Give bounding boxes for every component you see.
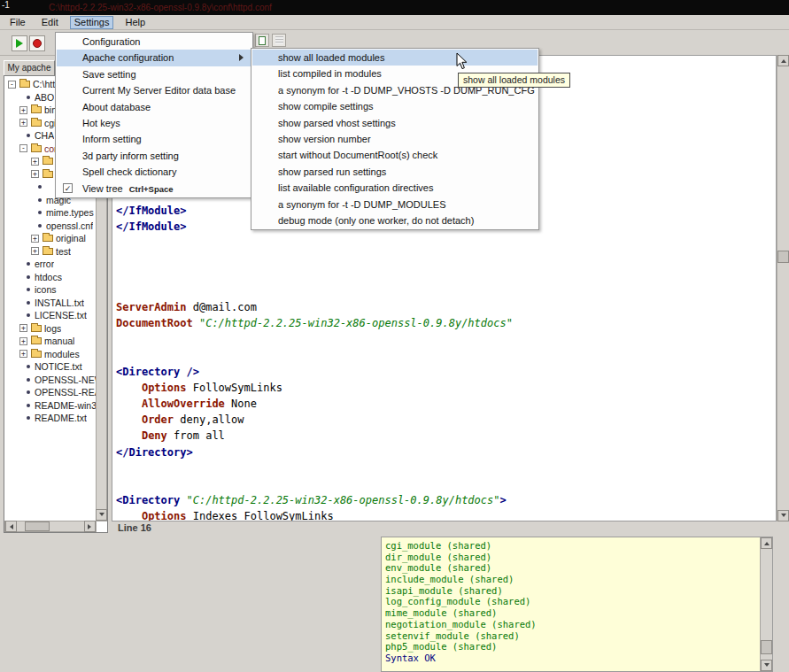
tree-item-openssl-news-t[interactable]: OPENSSL-NEWS.t [5, 374, 97, 387]
folder-icon [31, 325, 42, 332]
output-scroll-down-button[interactable] [761, 660, 772, 671]
expand-icon[interactable]: + [31, 158, 39, 166]
app-window: -1 C:\httpd-2.2.25-win32-x86-openssl-0.9… [0, 0, 789, 672]
menu-item-label: list compiled in modules [278, 68, 382, 79]
tree-item-license-txt[interactable]: LICENSE.txt [5, 309, 97, 322]
output-scrollbar-thumb[interactable] [761, 640, 772, 654]
tree-item-original[interactable]: +original [5, 232, 97, 245]
code-line: <Directory "C:/httpd-2.2.25-win32-x86-op… [116, 492, 776, 508]
menu-item-spell-check-dictionary[interactable]: Spell check dictionary [57, 164, 251, 180]
output-line: mime_module (shared) [385, 607, 537, 619]
file-icon [27, 390, 30, 394]
scroll-right-button[interactable] [84, 521, 96, 532]
editor-scroll-down-button[interactable] [777, 510, 789, 521]
tree-item-label: error [35, 259, 54, 269]
stop-icon [33, 39, 42, 48]
collapse-icon[interactable]: - [8, 81, 16, 89]
expand-icon[interactable]: + [31, 247, 39, 255]
tree-item-manual[interactable]: +manual [5, 335, 97, 348]
output-scroll-up-button[interactable] [761, 537, 772, 549]
file-icon [27, 96, 30, 99]
tree-item-mime-types[interactable]: mime.types [5, 206, 97, 220]
scroll-left-button[interactable] [5, 521, 17, 532]
code-segment: <Directory [116, 494, 186, 506]
menu-item-apache-configuration[interactable]: Apache configuration [57, 50, 251, 66]
tree-item-openssl-cnf[interactable]: openssl.cnf [5, 220, 97, 233]
menu-item-save-setting[interactable]: Save setting [57, 66, 251, 82]
expand-icon[interactable]: + [31, 170, 39, 178]
code-segment: <Directory /> [116, 366, 199, 378]
expand-icon[interactable]: + [19, 119, 27, 127]
submenu-item-show-parsed-run-settings[interactable]: show parsed run settings [252, 164, 538, 180]
tree-horizontal-scrollbar[interactable] [4, 521, 97, 532]
menu-item-view-tree[interactable]: ✓View treeCtrl+Space [57, 181, 251, 197]
triangle-up-icon [764, 539, 770, 545]
expand-icon[interactable]: + [19, 350, 27, 358]
submenu-item-list-available-configuration-directives[interactable]: list available configuration directives [252, 180, 538, 196]
menu-item-3d-party-inform-setting[interactable]: 3d party inform setting [57, 148, 251, 164]
submenu-item-a-synonym-for-t-d-dump-modules[interactable]: a synonym for -t -D DUMP_MODULES [252, 197, 538, 212]
tree-item-htdocs[interactable]: htdocs [5, 271, 97, 284]
code-segment: Order [142, 413, 174, 426]
editor-scroll-up-button[interactable] [777, 55, 789, 66]
menu-item-label: show parsed vhost settings [278, 118, 396, 128]
output-console[interactable]: cgi_module (shared)dir_module (shared)en… [381, 537, 773, 672]
tree-item-test[interactable]: +test [5, 245, 97, 259]
expand-icon[interactable]: + [19, 324, 27, 332]
tree-item-label: test [56, 246, 71, 257]
menu-item-hot-keys[interactable]: Hot keys [57, 115, 251, 131]
menu-item-label: start without DocumentRoot(s) check [278, 150, 437, 160]
tree-item-install-txt[interactable]: INSTALL.txt [5, 297, 97, 310]
expand-icon[interactable]: + [19, 337, 27, 345]
doc-icon [259, 36, 266, 45]
tree-item-label: manual [44, 336, 74, 346]
menubar-settings[interactable]: Settings [70, 16, 114, 29]
tree-item-logs[interactable]: +logs [5, 322, 97, 336]
submenu-item-start-without-documentroot-s-check[interactable]: start without DocumentRoot(s) check [252, 147, 538, 163]
output-line: log_config_module (shared) [385, 596, 537, 607]
menubar-edit[interactable]: Edit [37, 16, 63, 29]
submenu-item-show-compile-settings[interactable]: show compile settings [252, 98, 538, 114]
submenu-item-debug-mode-only-one-worker-do-not-detach[interactable]: debug mode (only one worker, do not deta… [252, 212, 538, 228]
menu-item-current-my-server-editor-data-base[interactable]: Current My Server Editor data base [57, 82, 251, 98]
file-icon [27, 416, 30, 420]
tab-my-apache[interactable]: My apache [4, 60, 55, 75]
editor-vertical-scrollbar[interactable] [777, 55, 789, 521]
code-line: Options Indexes FollowSymLinks [116, 508, 776, 521]
tree-item-error[interactable]: error [5, 258, 97, 271]
scroll-down-button[interactable] [96, 509, 107, 521]
list-icon [275, 36, 283, 44]
output-vertical-scrollbar[interactable] [760, 537, 772, 671]
tree-item-label: htdocs [35, 272, 62, 282]
code-segment: d@mail.com [186, 301, 256, 313]
submenu-item-show-parsed-vhost-settings[interactable]: show parsed vhost settings [252, 115, 538, 131]
expand-icon[interactable]: + [19, 106, 27, 114]
tree-item-openssl-readmi[interactable]: OPENSSL-READMI [5, 386, 97, 399]
menubar-file[interactable]: File [5, 16, 30, 29]
tree-item-label: logs [44, 323, 61, 334]
doc-button[interactable] [255, 34, 269, 47]
submenu-item-show-all-loaded-modules[interactable]: show all loaded modules [252, 50, 538, 66]
tree-item-readme-txt[interactable]: README.txt [5, 412, 97, 425]
file-icon [27, 262, 30, 266]
stop-button[interactable] [29, 35, 45, 51]
scrollbar-thumb[interactable] [25, 521, 50, 531]
run-button[interactable] [12, 35, 27, 51]
menu-item-configuration[interactable]: Configuration [57, 34, 251, 50]
code-segment: </Directory> [116, 446, 193, 459]
menu-item-inform-setting[interactable]: Inform setting [57, 131, 251, 147]
list-button[interactable] [272, 34, 286, 47]
collapse-icon[interactable]: - [19, 144, 27, 152]
menu-item-label: Save setting [82, 69, 136, 80]
expand-icon[interactable]: + [31, 235, 39, 243]
menu-item-label: show compile settings [278, 101, 374, 112]
tree-item-readme-win32-t[interactable]: README-win32.t [5, 399, 97, 413]
editor-scrollbar-thumb[interactable] [777, 251, 789, 263]
tree-item-icons[interactable]: icons [5, 283, 97, 297]
tree-item-notice-txt[interactable]: NOTICE.txt [5, 360, 97, 374]
output-line: setenvif_module (shared) [385, 630, 537, 642]
menu-item-about-database[interactable]: About database [57, 99, 251, 115]
menubar-help[interactable]: Help [120, 16, 150, 29]
submenu-item-show-version-number[interactable]: show version number [252, 131, 538, 147]
tree-item-modules[interactable]: +modules [5, 348, 97, 361]
